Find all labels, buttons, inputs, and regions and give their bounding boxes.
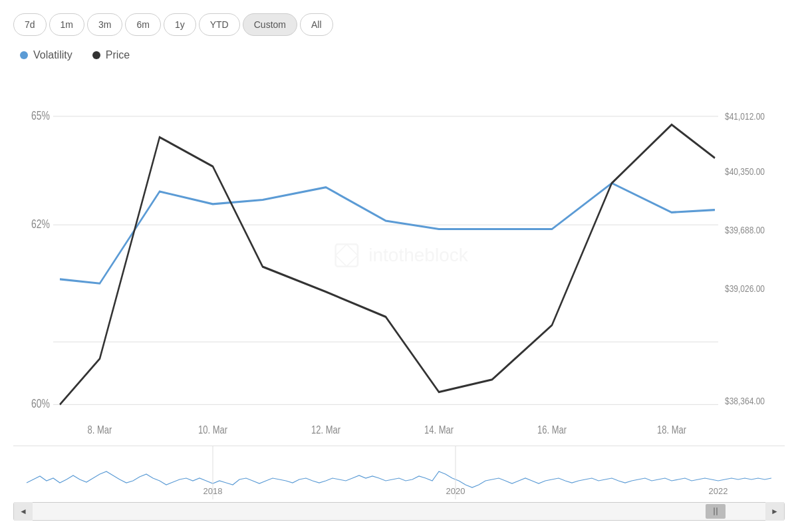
svg-text:8. Mar: 8. Mar	[88, 424, 112, 436]
chart-legend: Volatility Price	[13, 49, 785, 61]
main-chart-svg: 65% 62% 60% $41,012.00 $40,350.00 $39,68…	[13, 74, 785, 442]
btn-ytd[interactable]: YTD	[199, 13, 240, 36]
svg-text:18. Mar: 18. Mar	[657, 424, 686, 436]
svg-text:$38,364.00: $38,364.00	[725, 396, 765, 407]
legend-price: Price	[92, 49, 130, 61]
svg-text:$40,350.00: $40,350.00	[725, 166, 765, 178]
price-dot	[92, 51, 100, 59]
price-label: Price	[106, 49, 130, 61]
main-chart-area: intotheblock 65% 62% 60% $41,012.00 $40,…	[13, 74, 785, 442]
grip-2	[716, 507, 718, 515]
volatility-dot	[20, 51, 28, 59]
main-container: 7d 1m 3m 6m 1y YTD Custom All Volatility…	[0, 0, 798, 532]
time-range-toolbar: 7d 1m 3m 6m 1y YTD Custom All	[13, 13, 785, 36]
btn-all[interactable]: All	[300, 13, 333, 36]
scrollbar: ◄ ►	[13, 502, 785, 521]
svg-text:2020: 2020	[446, 486, 466, 496]
svg-text:$39,688.00: $39,688.00	[725, 225, 765, 236]
svg-text:12. Mar: 12. Mar	[311, 424, 340, 436]
btn-7d[interactable]: 7d	[13, 13, 47, 36]
legend-volatility: Volatility	[20, 49, 72, 61]
btn-3m[interactable]: 3m	[87, 13, 122, 36]
svg-text:2022: 2022	[709, 486, 728, 496]
btn-custom[interactable]: Custom	[243, 13, 297, 36]
btn-1y[interactable]: 1y	[164, 13, 196, 36]
svg-text:16. Mar: 16. Mar	[537, 424, 567, 436]
svg-text:2018: 2018	[203, 486, 223, 496]
svg-text:14. Mar: 14. Mar	[424, 424, 454, 436]
svg-text:60%: 60%	[31, 398, 50, 410]
svg-text:$41,012.00: $41,012.00	[725, 111, 765, 122]
btn-6m[interactable]: 6m	[125, 13, 160, 36]
volatility-label: Volatility	[33, 49, 72, 61]
svg-text:62%: 62%	[31, 218, 50, 231]
scroll-left-button[interactable]: ◄	[14, 502, 33, 521]
scrollbar-track[interactable]	[33, 503, 765, 520]
btn-1m[interactable]: 1m	[49, 13, 84, 36]
svg-text:$39,026.00: $39,026.00	[725, 283, 765, 294]
mini-chart-svg: 2018 2020 2022	[13, 446, 785, 499]
svg-text:10. Mar: 10. Mar	[198, 424, 227, 436]
grip-1	[714, 507, 715, 515]
mini-chart-section: 2018 2020 2022 ◄ ►	[13, 446, 785, 525]
scroll-right-button[interactable]: ►	[765, 502, 784, 521]
svg-text:65%: 65%	[31, 109, 50, 122]
scrollbar-thumb[interactable]	[706, 504, 726, 519]
